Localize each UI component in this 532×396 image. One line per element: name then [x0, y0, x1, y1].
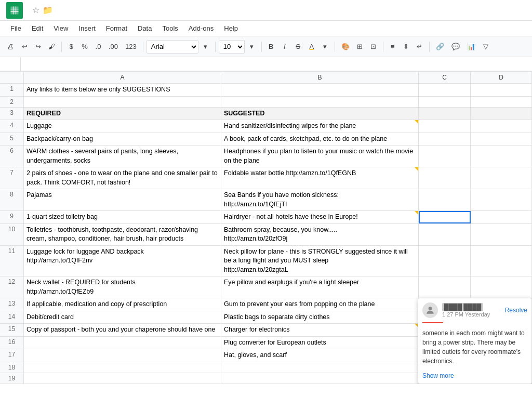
cell-b-1[interactable] [221, 84, 419, 96]
cell-a-7[interactable]: 2 pairs of shoes - one to wear on the pl… [24, 167, 221, 189]
cell-b-2[interactable] [221, 97, 419, 107]
font-dropdown-btn[interactable]: ▾ [200, 39, 212, 54]
cell-d-7[interactable] [471, 167, 532, 189]
cell-b-4[interactable]: Hand sanitizer/disinfecting wipes for th… [221, 120, 419, 133]
fill-color-button[interactable]: 🎨 [338, 39, 353, 54]
cell-a-1[interactable]: Any links to items below are only SUGGES… [24, 84, 221, 96]
cell-d-9[interactable] [471, 211, 532, 223]
cell-b-9[interactable]: Hairdryer - not all hotels have these in… [221, 211, 419, 223]
cell-a-19[interactable] [24, 373, 221, 384]
cell-a-4[interactable]: Luggage [24, 120, 221, 133]
cell-d-3[interactable] [471, 108, 532, 120]
cell-b-18[interactable] [221, 362, 419, 373]
cell-c-1[interactable] [419, 84, 471, 96]
cell-a-2[interactable] [24, 97, 221, 107]
align-left-button[interactable]: ≡ [387, 39, 399, 54]
format-number-button[interactable]: 123 [122, 39, 140, 54]
cell-b-7[interactable]: Foldable water bottle http://amzn.to/1Qf… [221, 167, 419, 189]
menu-item-edit[interactable]: Edit [28, 22, 47, 34]
undo-button[interactable]: ↩ [18, 39, 31, 54]
cell-a-3[interactable]: REQUIRED [24, 108, 221, 120]
decimal-dec-button[interactable]: .0 [92, 39, 104, 54]
resolve-button[interactable]: Resolve [505, 307, 527, 314]
cell-b-5[interactable]: A book, pack of cards, sketchpad, etc. t… [221, 133, 419, 146]
cell-c-11[interactable] [419, 246, 471, 276]
col-header-c[interactable]: C [419, 72, 471, 83]
currency-button[interactable]: $ [65, 39, 77, 54]
filter-button[interactable]: ▽ [480, 39, 492, 54]
cell-a-11[interactable]: Luggage lock for luggage AND backpack ht… [24, 246, 221, 276]
borders-button[interactable]: ⊞ [354, 39, 366, 54]
font-select[interactable]: Arial [147, 40, 198, 54]
cell-a-6[interactable]: WARM clothes - several pairs of pants, l… [24, 146, 221, 167]
italic-button[interactable]: I [278, 39, 291, 54]
cell-d-8[interactable] [471, 189, 532, 210]
cell-d-6[interactable] [471, 146, 532, 167]
font-size-select[interactable]: 10 [219, 40, 245, 54]
cell-d-2[interactable] [471, 97, 532, 107]
text-color-button[interactable]: A [305, 39, 318, 54]
col-header-b[interactable]: B [221, 72, 419, 83]
cell-c-2[interactable] [419, 97, 471, 107]
wrap-button[interactable]: ↵ [414, 39, 426, 54]
cell-d-10[interactable] [471, 224, 532, 245]
col-header-a[interactable]: A [24, 72, 221, 83]
print-button[interactable]: 🖨 [4, 39, 17, 54]
comment-button[interactable]: 💬 [448, 39, 463, 54]
decimal-inc-button[interactable]: .00 [105, 39, 121, 54]
cell-b-12[interactable]: Eye pillow and earplugs if you're a ligh… [221, 276, 419, 298]
col-header-d[interactable]: D [471, 72, 532, 83]
cell-b-19[interactable] [221, 373, 419, 384]
merge-button[interactable]: ⊡ [367, 39, 380, 54]
folder-icon[interactable]: 📁 [43, 5, 53, 15]
show-more-link[interactable]: Show more [418, 370, 531, 384]
cell-c-12[interactable] [419, 276, 471, 298]
paint-format-button[interactable]: 🖌 [45, 39, 58, 54]
menu-item-add-ons[interactable]: Add-ons [184, 22, 218, 34]
cell-a-12[interactable]: Neck wallet - REQUIRED for students http… [24, 276, 221, 298]
percent-button[interactable]: % [78, 39, 91, 54]
cell-c-3[interactable] [419, 108, 471, 120]
menu-item-help[interactable]: Help [220, 22, 242, 34]
cell-a-14[interactable]: Debit/credit card [24, 311, 221, 324]
cell-c-9[interactable] [419, 211, 471, 223]
chart-button[interactable]: 📊 [464, 39, 478, 54]
formula-input[interactable] [21, 60, 532, 68]
cell-d-5[interactable] [471, 133, 532, 146]
menu-item-insert[interactable]: Insert [74, 22, 100, 34]
cell-a-13[interactable]: If applicable, medication and copy of pr… [24, 298, 221, 311]
link-button[interactable]: 🔗 [433, 39, 447, 54]
cell-d-1[interactable] [471, 84, 532, 96]
cell-b-8[interactable]: Sea Bands if you have motion sickness: h… [221, 189, 419, 210]
cell-b-11[interactable]: Neck pillow for plane - this is STRONGLY… [221, 246, 419, 276]
cell-a-10[interactable]: Toiletries - toothbrush, toothpaste, deo… [24, 224, 221, 245]
cell-c-4[interactable] [419, 120, 471, 133]
cell-d-4[interactable] [471, 120, 532, 133]
cell-c-5[interactable] [419, 133, 471, 146]
cell-b-14[interactable]: Plastic bags to separate dirty clothes [221, 311, 419, 324]
bold-button[interactable]: B [265, 39, 277, 54]
strikethrough-button[interactable]: S [292, 39, 304, 54]
menu-item-tools[interactable]: Tools [158, 22, 182, 34]
cell-c-10[interactable] [419, 224, 471, 245]
cell-a-18[interactable] [24, 362, 221, 373]
cell-a-17[interactable] [24, 349, 221, 362]
cell-a-9[interactable]: 1-quart sized toiletry bag [24, 211, 221, 223]
cell-a-5[interactable]: Backpack/carry-on bag [24, 133, 221, 146]
cell-d-11[interactable] [471, 246, 532, 276]
cell-b-15[interactable]: Charger for electronics [221, 324, 419, 336]
size-dropdown-btn[interactable]: ▾ [246, 39, 258, 54]
cell-c-6[interactable] [419, 146, 471, 167]
redo-button[interactable]: ↪ [32, 39, 44, 54]
cell-b-10[interactable]: Bathroom spray, because, you know..... h… [221, 224, 419, 245]
cell-a-8[interactable]: Pajamas [24, 189, 221, 210]
cell-b-17[interactable]: Hat, gloves, and scarf [221, 349, 419, 362]
cell-a-15[interactable]: Copy of passport - both you and your cha… [24, 324, 221, 336]
text-color-dropdown[interactable]: ▾ [319, 39, 331, 54]
cell-b-16[interactable]: Plug converter for European outlets [221, 337, 419, 349]
menu-item-format[interactable]: Format [102, 22, 131, 34]
align-middle-button[interactable]: ⇕ [400, 39, 413, 54]
cell-d-12[interactable] [471, 276, 532, 298]
cell-b-6[interactable]: Headphones if you plan to listen to your… [221, 146, 419, 167]
cell-c-7[interactable] [419, 167, 471, 189]
